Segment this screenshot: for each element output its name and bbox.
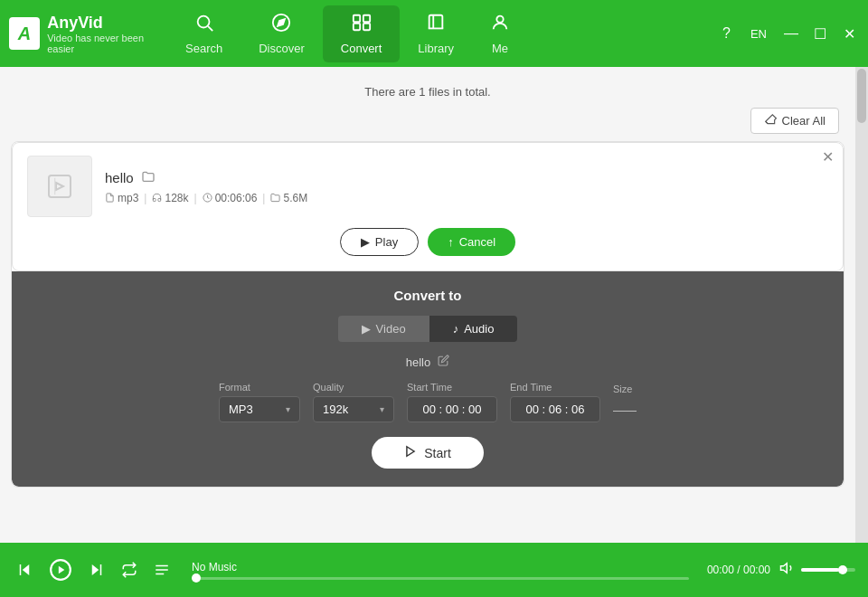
search-nav-label: Search bbox=[185, 42, 222, 55]
start-time-label: Start Time bbox=[407, 382, 497, 393]
svg-rect-18 bbox=[100, 564, 102, 575]
close-button[interactable]: ✕ bbox=[839, 24, 859, 43]
cancel-button[interactable]: ↑ Cancel bbox=[428, 228, 515, 256]
volume-fill bbox=[801, 568, 839, 572]
file-close-button[interactable]: ✕ bbox=[822, 150, 834, 165]
scrollbar[interactable] bbox=[855, 67, 868, 543]
skip-back-button[interactable] bbox=[13, 558, 36, 582]
search-nav-icon bbox=[194, 13, 214, 38]
content-area: There are 1 files in total. Clear All ✕ bbox=[0, 67, 855, 543]
end-time-label: End Time bbox=[510, 382, 600, 393]
size-label: Size bbox=[613, 384, 637, 394]
file-thumbnail bbox=[27, 156, 92, 217]
svg-rect-7 bbox=[363, 23, 369, 29]
start-button[interactable]: Start bbox=[372, 437, 484, 469]
play-pause-button[interactable] bbox=[45, 554, 76, 585]
volume-bar[interactable] bbox=[801, 568, 855, 572]
logo-area: A AnyVid Video has never been easier bbox=[9, 14, 167, 54]
size-group: Size —— bbox=[613, 384, 637, 422]
minimize-icon: — bbox=[784, 25, 798, 42]
sidebar-item-library[interactable]: Library bbox=[400, 5, 472, 62]
close-icon: ✕ bbox=[844, 25, 855, 43]
time-display: 00:00 / 00:00 bbox=[707, 564, 770, 576]
file-size: 5.6M bbox=[270, 192, 307, 204]
progress-bar[interactable] bbox=[192, 577, 689, 580]
file-format: mp3 bbox=[105, 192, 138, 204]
end-time-input[interactable]: 00 : 06 : 06 bbox=[510, 396, 600, 422]
start-time-value: 00 : 00 : 00 bbox=[422, 403, 481, 416]
language-selector[interactable]: EN bbox=[745, 25, 772, 43]
maximize-button[interactable]: ☐ bbox=[810, 24, 830, 43]
eraser-icon bbox=[764, 113, 777, 128]
edit-filename-icon[interactable] bbox=[438, 355, 449, 369]
sidebar-item-search[interactable]: Search bbox=[167, 5, 241, 62]
scrollbar-thumb[interactable] bbox=[857, 69, 866, 123]
repeat-button[interactable] bbox=[118, 558, 141, 582]
sidebar-item-convert[interactable]: Convert bbox=[323, 5, 401, 62]
tab-video[interactable]: ▶ Video bbox=[338, 316, 429, 342]
output-filename: hello bbox=[406, 355, 430, 369]
start-btn-row: Start bbox=[30, 437, 826, 469]
library-nav-icon bbox=[426, 13, 446, 38]
sidebar-item-discover[interactable]: Discover bbox=[241, 5, 323, 62]
convert-title: Convert to bbox=[30, 288, 826, 303]
play-label: Play bbox=[375, 235, 398, 249]
svg-marker-3 bbox=[278, 19, 286, 26]
file-bitrate: 128k bbox=[152, 192, 188, 204]
main-area: There are 1 files in total. Clear All ✕ bbox=[0, 67, 868, 543]
convert-nav-icon bbox=[352, 13, 372, 38]
format-row: Format MP3 ▾ Quality 192k ▾ bbox=[30, 382, 826, 422]
file-card: ✕ hello bbox=[12, 142, 844, 271]
quality-dropdown-icon: ▾ bbox=[380, 404, 384, 414]
progress-thumb[interactable] bbox=[192, 573, 201, 583]
file-duration: 00:06:06 bbox=[203, 192, 258, 204]
svg-marker-16 bbox=[59, 566, 65, 574]
video-tab-icon: ▶ bbox=[362, 322, 371, 336]
volume-area bbox=[779, 560, 855, 580]
app-name: AnyVid bbox=[47, 14, 167, 33]
app-tagline: Video has never been easier bbox=[47, 33, 167, 54]
volume-thumb[interactable] bbox=[838, 565, 847, 574]
audio-tab-icon: ♪ bbox=[453, 322, 459, 336]
clear-bar: Clear All bbox=[11, 108, 844, 141]
file-card-wrapper: ✕ hello bbox=[11, 141, 844, 488]
svg-marker-13 bbox=[23, 564, 30, 575]
format-select[interactable]: MP3 ▾ bbox=[219, 396, 300, 422]
start-label: Start bbox=[424, 446, 451, 460]
quality-value: 192k bbox=[323, 403, 348, 416]
clear-all-button[interactable]: Clear All bbox=[750, 108, 839, 134]
help-icon[interactable]: ? bbox=[717, 24, 736, 43]
tab-audio[interactable]: ♪ Audio bbox=[429, 316, 518, 342]
titlebar: A AnyVid Video has never been easier Sea… bbox=[0, 0, 868, 67]
file-card-top: hello mp3 | bbox=[27, 156, 828, 217]
end-time-value: 00 : 06 : 06 bbox=[525, 403, 584, 416]
size-value: —— bbox=[613, 398, 637, 422]
logo-icon: A bbox=[9, 17, 40, 50]
file-name: hello bbox=[105, 170, 134, 185]
skip-forward-button[interactable] bbox=[85, 558, 108, 582]
library-nav-label: Library bbox=[418, 42, 454, 55]
output-name-row: hello bbox=[30, 355, 826, 369]
convert-nav-label: Convert bbox=[341, 42, 382, 55]
logo-text: AnyVid Video has never been easier bbox=[47, 14, 167, 54]
volume-icon[interactable] bbox=[779, 560, 796, 580]
playlist-button[interactable] bbox=[150, 558, 174, 582]
svg-marker-17 bbox=[92, 564, 99, 575]
track-name: No Music bbox=[192, 561, 689, 573]
file-count-text: There are 1 files in total. bbox=[364, 85, 490, 99]
start-time-input[interactable]: 00 : 00 : 00 bbox=[407, 396, 497, 422]
file-meta: mp3 | 128k | 00:06:06 bbox=[105, 192, 828, 204]
track-info: No Music bbox=[183, 561, 698, 580]
format-value: MP3 bbox=[229, 403, 253, 416]
file-count-bar: There are 1 files in total. bbox=[11, 78, 844, 108]
svg-rect-14 bbox=[20, 564, 22, 575]
folder-icon[interactable] bbox=[141, 169, 156, 186]
format-dropdown-icon: ▾ bbox=[286, 404, 290, 414]
svg-point-0 bbox=[197, 15, 209, 27]
discover-nav-label: Discover bbox=[259, 42, 305, 55]
minimize-button[interactable]: — bbox=[781, 24, 801, 43]
play-button[interactable]: ▶ Play bbox=[340, 228, 419, 256]
me-nav-label: Me bbox=[492, 42, 508, 55]
sidebar-item-me[interactable]: Me bbox=[472, 5, 528, 62]
quality-select[interactable]: 192k ▾ bbox=[313, 396, 394, 422]
